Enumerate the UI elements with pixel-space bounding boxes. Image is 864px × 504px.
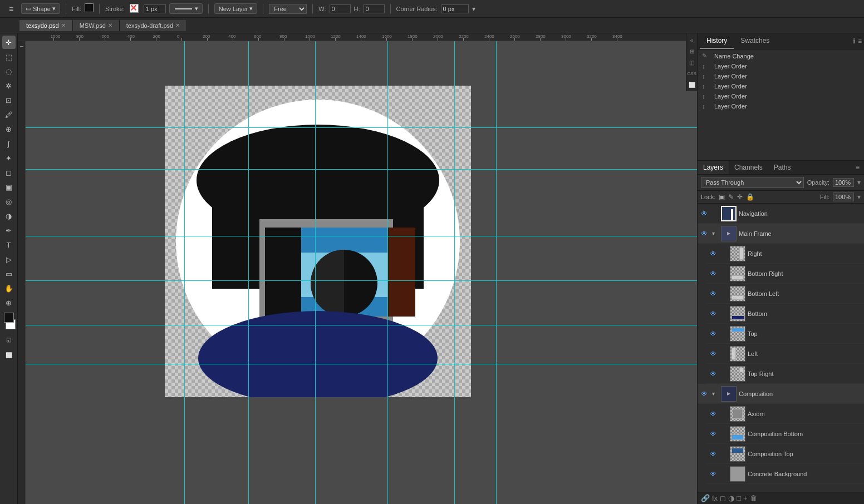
lock-all-icon[interactable]: 🔒 bbox=[746, 193, 754, 201]
layer-vis-navigation[interactable]: 👁 bbox=[701, 210, 710, 218]
layer-mask-icon[interactable]: ◻ bbox=[720, 494, 726, 502]
quick-mask-icon[interactable]: ◱ bbox=[2, 333, 16, 346]
tab-history[interactable]: History bbox=[700, 33, 734, 49]
layer-composition-top[interactable]: 👁 Composition Top bbox=[706, 444, 864, 464]
blend-mode-select[interactable]: Free Normal Multiply bbox=[269, 4, 307, 14]
gradient-icon[interactable]: ▣ bbox=[2, 180, 16, 194]
menu-icon[interactable]: ≡ bbox=[4, 2, 18, 16]
layer-left[interactable]: 👁 Left bbox=[706, 344, 864, 364]
layer-expand-composition[interactable]: ▾ bbox=[712, 391, 719, 397]
fill-chevron[interactable]: ▾ bbox=[857, 193, 861, 201]
layers-ri-icon[interactable]: ◫ bbox=[688, 58, 696, 67]
layer-bottom-right[interactable]: 👁 Bottom Right bbox=[706, 264, 864, 284]
w-input[interactable]: 0 bbox=[330, 4, 351, 13]
layer-vis-right[interactable]: 👁 bbox=[710, 250, 719, 258]
layer-bottom[interactable]: 👁 Bottom bbox=[706, 304, 864, 324]
link-layers-icon[interactable]: 🔗 bbox=[701, 494, 710, 502]
layers-list[interactable]: 👁 Navigation 👁 ▾ ▶ Main Frame bbox=[698, 204, 864, 492]
dodge-icon[interactable]: ◑ bbox=[2, 209, 16, 223]
layer-composition-bottom[interactable]: 👁 Composition Bottom bbox=[706, 424, 864, 444]
zoom-fit-icon[interactable]: ⊞ bbox=[688, 47, 696, 56]
image-ri-icon[interactable]: ⬜ bbox=[688, 80, 696, 89]
lasso-tool-icon[interactable]: ◌ bbox=[2, 65, 16, 78]
tab-texsydo-draft-close[interactable]: ✕ bbox=[175, 22, 180, 28]
layer-right[interactable]: 👁 Right bbox=[706, 244, 864, 264]
tab-swatches[interactable]: Swatches bbox=[734, 33, 776, 49]
layer-vis-concrete-background[interactable]: 👁 bbox=[710, 470, 719, 478]
layer-group-main-frame[interactable]: 👁 ▾ ▶ Main Frame bbox=[698, 224, 864, 244]
layer-vis-top[interactable]: 👁 bbox=[710, 330, 719, 338]
pen-tool-icon[interactable]: ✒ bbox=[2, 224, 16, 237]
layer-vis-bottom-left[interactable]: 👁 bbox=[710, 290, 719, 298]
magic-wand-icon[interactable]: ✲ bbox=[2, 79, 16, 92]
history-item-1[interactable]: ✎ Name Change bbox=[698, 51, 864, 61]
group-layers-icon[interactable]: □ bbox=[737, 494, 741, 502]
opacity-chevron[interactable]: ▾ bbox=[857, 179, 861, 186]
hand-tool-icon[interactable]: ✋ bbox=[2, 281, 16, 295]
layer-axiom[interactable]: 👁 Axiom bbox=[706, 404, 864, 424]
layer-vis-axiom[interactable]: 👁 bbox=[710, 410, 719, 418]
eraser-icon[interactable]: ◻ bbox=[2, 166, 16, 179]
tab-msw-psd[interactable]: MSW.psd ✕ bbox=[73, 20, 120, 31]
fill-input[interactable] bbox=[833, 192, 854, 201]
corner-radius-input[interactable]: 0 px bbox=[441, 4, 469, 13]
tab-channels[interactable]: Channels bbox=[729, 161, 768, 174]
history-item-5[interactable]: ↕ Layer Order bbox=[698, 91, 864, 101]
layer-top[interactable]: 👁 Top bbox=[706, 324, 864, 344]
layer-vis-composition-top[interactable]: 👁 bbox=[710, 450, 719, 458]
new-layer-dropdown[interactable]: New Layer ▾ bbox=[214, 3, 258, 14]
crop-tool-icon[interactable]: ⊡ bbox=[2, 93, 16, 107]
tab-msw-close[interactable]: ✕ bbox=[108, 22, 112, 28]
tab-layers[interactable]: Layers bbox=[698, 161, 729, 174]
tab-texsydo-psd[interactable]: texsydo.psd ✕ bbox=[19, 20, 73, 31]
foreground-color-swatch[interactable] bbox=[4, 313, 14, 323]
eyedropper-icon[interactable]: 🖉 bbox=[2, 108, 16, 121]
stroke-style-dropdown[interactable]: ▾ bbox=[169, 3, 203, 14]
layer-effects-icon[interactable]: fx bbox=[712, 494, 718, 502]
layer-vis-bottom[interactable]: 👁 bbox=[710, 310, 719, 318]
lock-transparent-icon[interactable]: ▣ bbox=[719, 193, 725, 201]
layers-blend-select[interactable]: Pass Through Normal Multiply Screen bbox=[701, 177, 804, 188]
shape-dropdown[interactable]: ▭ Shape ▾ bbox=[21, 3, 60, 14]
tab-texsydo-draft-psd[interactable]: texsydo-draft.psd ✕ bbox=[120, 20, 187, 31]
move-tool-icon[interactable]: ✛ bbox=[2, 36, 16, 49]
spot-heal-icon[interactable]: ⊕ bbox=[2, 122, 16, 136]
canvas-area[interactable]: « ⊞ ◫ CSS ⬜ bbox=[18, 33, 697, 504]
clone-stamp-icon[interactable]: ✦ bbox=[2, 151, 16, 165]
lock-position-icon[interactable]: ✛ bbox=[737, 193, 743, 201]
css-ri-icon[interactable]: CSS bbox=[688, 69, 696, 78]
opacity-input[interactable] bbox=[833, 178, 854, 187]
layer-top-right[interactable]: 👁 Top Right bbox=[706, 364, 864, 384]
canvas-content[interactable] bbox=[26, 41, 697, 504]
adjustment-layer-icon[interactable]: ◑ bbox=[728, 494, 734, 502]
history-item-4[interactable]: ↕ Layer Order bbox=[698, 81, 864, 91]
layer-vis-composition-bottom[interactable]: 👁 bbox=[710, 430, 719, 438]
layer-vis-main-frame[interactable]: 👁 bbox=[701, 230, 710, 238]
layer-vis-composition[interactable]: 👁 bbox=[701, 390, 710, 398]
history-item-3[interactable]: ↕ Layer Order bbox=[698, 71, 864, 81]
layer-expand-main-frame[interactable]: ▾ bbox=[712, 230, 719, 236]
history-item-6[interactable]: ↕ Layer Order bbox=[698, 101, 864, 111]
new-layer-icon[interactable]: + bbox=[743, 494, 748, 502]
layer-vis-left[interactable]: 👁 bbox=[710, 350, 719, 358]
layer-bottom-left[interactable]: 👁 Bottom Left bbox=[706, 284, 864, 304]
layer-vis-bottom-right[interactable]: 👁 bbox=[710, 270, 719, 278]
fill-swatch[interactable] bbox=[85, 3, 94, 14]
screen-mode-icon[interactable]: ⬜ bbox=[2, 348, 16, 362]
layer-navigation[interactable]: 👁 Navigation bbox=[698, 204, 864, 224]
panel-info-icon[interactable]: ℹ bbox=[853, 37, 856, 45]
path-select-icon[interactable]: ▷ bbox=[2, 253, 16, 266]
panel-menu-icon[interactable]: ≡ bbox=[858, 37, 862, 45]
layers-menu-icon[interactable]: ≡ bbox=[851, 161, 864, 174]
blur-icon[interactable]: ◎ bbox=[2, 195, 16, 208]
panel-collapse-icon[interactable]: « bbox=[688, 36, 696, 45]
layer-group-composition[interactable]: 👁 ▾ ▶ Composition bbox=[698, 384, 864, 404]
history-item-2[interactable]: ↕ Layer Order bbox=[698, 61, 864, 71]
delete-layer-icon[interactable]: 🗑 bbox=[750, 494, 757, 502]
layer-concrete-background[interactable]: 👁 Concrete Background bbox=[706, 464, 864, 484]
shape-tool-icon[interactable]: ▭ bbox=[2, 267, 16, 280]
history-list[interactable]: ✎ Name Change ↕ Layer Order ↕ Layer Orde… bbox=[698, 50, 864, 161]
layer-vis-top-right[interactable]: 👁 bbox=[710, 370, 719, 378]
stroke-swatch[interactable]: ✕ bbox=[128, 4, 140, 14]
brush-tool-icon[interactable]: ∫ bbox=[2, 137, 16, 150]
